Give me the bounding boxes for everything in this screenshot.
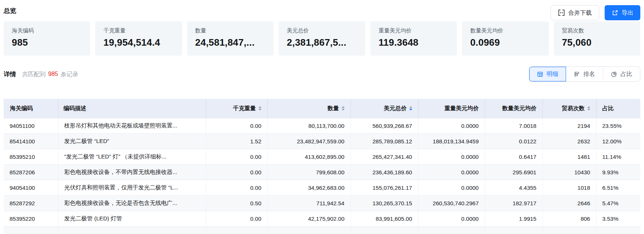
cell-trade-count: 1018 <box>542 180 596 196</box>
cell-description: 发光二极管 “LED” <box>58 134 206 149</box>
cell-usd-per-kg: 188,019,134.9459 <box>418 134 485 149</box>
cell-usd-total: 285,789,085.12 <box>351 134 418 149</box>
cell-hs-code: 85287206 <box>4 165 58 180</box>
cell-usd-per-unit: 182.9717 <box>485 196 542 211</box>
tab-label: 排名 <box>583 70 595 78</box>
export-label: 导出 <box>622 10 633 16</box>
cell-empty <box>4 227 58 234</box>
stats-row: 海关编码 985 千克重量 19,954,514.4 数量 24,581,847… <box>4 21 640 56</box>
cell-hs-code: 85287292 <box>4 196 58 211</box>
stat-value: 24,581,847,... <box>195 37 266 48</box>
column-header-usd-per-kg: 重量美元均价 <box>418 99 485 118</box>
column-label: 数量美元均价 <box>502 105 537 112</box>
stat-card: 数量 24,581,847,... <box>187 21 274 56</box>
cell-usd-per-kg: 0.0000 <box>418 118 485 134</box>
sort-carets <box>409 106 412 111</box>
export-button[interactable]: 导出 <box>605 5 640 20</box>
cell-usd-total: 130,265,370.15 <box>351 196 418 211</box>
sort-caret-up-icon <box>587 106 590 108</box>
page-title: 总览 <box>4 7 16 15</box>
stat-value: 119.3648 <box>378 37 449 48</box>
sort-caret-up-icon <box>409 106 412 108</box>
cell-usd-per-kg: 0.0000 <box>418 211 485 227</box>
merge-download-button[interactable]: 合并下载 <box>551 5 599 20</box>
cell-share: 12.00% <box>596 134 640 149</box>
sort-caret-up-icon <box>259 106 261 108</box>
cell-trade-count: 806 <box>542 211 596 227</box>
details-title: 详情 <box>4 70 16 78</box>
cell-description: 彩色电视接收设备，不带内置无线电接收器... <box>58 165 206 180</box>
column-label: 贸易次数 <box>562 105 585 112</box>
column-header-quantity[interactable]: 数量 <box>267 99 351 118</box>
table-row: 94051100枝形吊灯和其他电动天花板或墙壁照明装置...0.0080,113… <box>4 118 640 134</box>
cell-hs-code: 94051100 <box>4 118 58 134</box>
stat-label: 贸易次数 <box>562 27 632 34</box>
stat-label: 海关编码 <box>12 27 82 34</box>
tab-detail[interactable]: 明细 <box>529 67 566 81</box>
cell-share: 9.93% <box>596 165 640 180</box>
cell-quantity: 413,602,895.00 <box>267 149 351 165</box>
details-bar: 详情 共匹配到 985 条记录 明细排名占比 <box>4 66 640 82</box>
table-icon <box>537 71 543 77</box>
column-header-kg-weight[interactable]: 千克重量 <box>206 99 267 118</box>
stat-value: 2,381,867,5... <box>287 37 357 48</box>
cell-share: 3.53% <box>596 211 640 227</box>
cell-share: 5.47% <box>596 196 640 211</box>
table-row: 85395210“发光二极管 “LED” 灯” （未提供详细标...0.0041… <box>4 149 640 165</box>
tab-ranking[interactable]: 排名 <box>566 67 603 81</box>
cell-usd-per-unit: 7.0018 <box>485 118 542 134</box>
tab-proportion[interactable]: 占比 <box>603 67 640 81</box>
stat-value: 75,060 <box>562 37 632 48</box>
column-label: 编码描述 <box>64 105 86 112</box>
cell-hs-code: 85395220 <box>4 211 58 227</box>
cell-trade-count: 2646 <box>542 196 596 211</box>
cell-hs-code: 85414100 <box>4 134 58 149</box>
sort-carets <box>587 106 590 111</box>
column-header-usd-total[interactable]: 美元总价 <box>351 99 418 118</box>
pie-icon <box>611 71 617 77</box>
cell-empty <box>485 227 542 234</box>
sort-carets <box>342 106 345 111</box>
cell-usd-per-unit: 1.9915 <box>485 211 542 227</box>
details-table: 海关编码编码描述千克重量数量美元总价重量美元均价数量美元均价贸易次数占比 940… <box>4 99 640 234</box>
cell-kg-weight: 0.00 <box>206 165 267 180</box>
cell-usd-per-kg: 260,530,740.2967 <box>418 196 485 211</box>
table-row: 85414100发光二极管 “LED”1.5223,482,947,559.00… <box>4 134 640 149</box>
cell-empty <box>351 227 418 234</box>
topbar-actions: 合并下载 导出 <box>551 5 640 20</box>
cell-quantity: 42,175,902.00 <box>267 211 351 227</box>
ranking-icon <box>574 71 580 77</box>
cell-quantity: 80,113,700.00 <box>267 118 351 134</box>
column-label: 重量美元均价 <box>445 105 479 112</box>
cell-usd-total: 155,076,261.17 <box>351 180 418 196</box>
cell-trade-count: 10430 <box>542 165 596 180</box>
cell-share: 11.14% <box>596 149 640 165</box>
cell-usd-per-unit: 0.6417 <box>485 149 542 165</box>
column-label: 千克重量 <box>233 105 256 112</box>
details-header: 详情 共匹配到 985 条记录 <box>4 70 78 78</box>
export-icon <box>612 10 618 16</box>
cell-usd-per-kg: 0.0000 <box>418 180 485 196</box>
stat-card: 千克重量 19,954,514.4 <box>95 21 182 56</box>
cell-usd-total: 560,939,268.67 <box>351 118 418 134</box>
cell-usd-per-unit: 4.4355 <box>485 180 542 196</box>
column-label: 占比 <box>602 105 614 112</box>
stat-label: 数量美元均价 <box>470 27 540 34</box>
stat-value: 19,954,514.4 <box>103 37 174 48</box>
column-label: 美元总价 <box>384 105 407 112</box>
tab-label: 占比 <box>620 70 632 78</box>
stat-card: 数量美元均价 0.0969 <box>462 21 548 56</box>
topbar: 总览 合并下载 <box>4 0 640 17</box>
column-header-trade-count[interactable]: 贸易次数 <box>542 99 596 118</box>
stat-label: 数量 <box>195 27 266 34</box>
cell-empty <box>542 227 596 234</box>
column-header-description: 编码描述 <box>58 99 206 118</box>
page: 总览 合并下载 <box>0 0 644 234</box>
cell-trade-count: 2632 <box>542 134 596 149</box>
cell-description: 光伏灯具和照明装置，仅用于发光二极管 “L... <box>58 180 206 196</box>
table-row: 85287292彩色电视接收设备，无论是否包含无线电广...0.50711,94… <box>4 196 640 211</box>
stat-label: 千克重量 <box>103 27 174 34</box>
cell-quantity: 23,482,947,559.00 <box>267 134 351 149</box>
stat-card: 美元总价 2,381,867,5... <box>279 21 365 56</box>
cell-kg-weight: 0.00 <box>206 211 267 227</box>
